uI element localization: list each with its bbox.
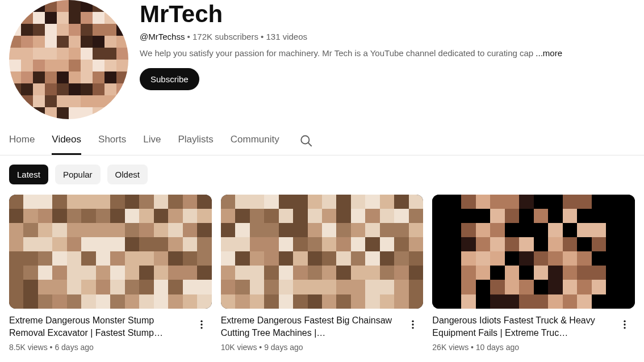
video-meta: 26K views • 10 days ago [432,343,611,352]
tab-home[interactable]: Home [9,126,35,155]
video-card[interactable]: Dangerous Idiots Fastest Truck & Heavy E… [432,195,635,352]
video-title[interactable]: Extreme Dangerous Monster Stump Removal … [9,314,188,340]
tab-playlists[interactable]: Playlists [178,126,213,155]
tab-shorts[interactable]: Shorts [98,126,126,155]
filter-latest[interactable]: Latest [9,165,48,184]
svg-point-9 [624,323,625,325]
tab-live[interactable]: Live [143,126,161,155]
svg-point-3 [200,323,202,325]
svg-point-2 [200,320,202,322]
video-thumbnail[interactable] [9,195,212,309]
channel-avatar[interactable] [9,0,128,119]
channel-handle[interactable]: @MrTechss [140,32,185,41]
search-button[interactable] [296,127,316,155]
more-vertical-icon [196,319,207,330]
video-title[interactable]: Extreme Dangerous Fastest Big Chainsaw C… [221,314,400,340]
video-more-button[interactable] [403,314,423,335]
channel-description[interactable]: We help you satisfy your passion for mac… [140,48,562,58]
svg-point-8 [624,320,625,322]
video-title[interactable]: Dangerous Idiots Fastest Truck & Heavy E… [432,314,611,340]
more-vertical-icon [407,319,419,330]
video-card[interactable]: Extreme Dangerous Fastest Big Chainsaw C… [221,195,424,352]
channel-title: MrTech [140,0,562,28]
svg-line-1 [308,142,311,146]
filter-oldest[interactable]: Oldest [107,165,148,184]
svg-point-7 [412,327,414,329]
svg-point-10 [624,327,625,329]
search-icon [299,133,313,148]
tab-videos[interactable]: Videos [52,126,81,155]
tab-community[interactable]: Community [231,126,279,155]
subscriber-count: 172K subscribers [193,32,258,41]
more-vertical-icon [619,319,630,330]
filter-popular[interactable]: Popular [55,165,101,184]
video-thumbnail[interactable] [221,195,424,309]
svg-point-5 [412,320,414,322]
video-meta: 10K views • 9 days ago [221,343,400,352]
more-link[interactable]: ...more [536,48,562,58]
video-thumbnail[interactable] [432,195,635,309]
video-card[interactable]: Extreme Dangerous Monster Stump Removal … [9,195,212,352]
video-more-button[interactable] [614,314,635,335]
channel-tabs: Home Videos Shorts Live Playlists Commun… [0,126,644,155]
channel-meta: @MrTechss • 172K subscribers • 131 video… [140,32,562,41]
filter-row: Latest Popular Oldest [0,155,644,195]
video-more-button[interactable] [191,314,212,335]
video-count: 131 videos [266,32,308,41]
svg-point-4 [200,327,202,329]
svg-point-0 [301,136,309,144]
subscribe-button[interactable]: Subscribe [140,68,199,90]
svg-point-6 [412,323,414,325]
video-meta: 8.5K views • 6 days ago [9,343,188,352]
